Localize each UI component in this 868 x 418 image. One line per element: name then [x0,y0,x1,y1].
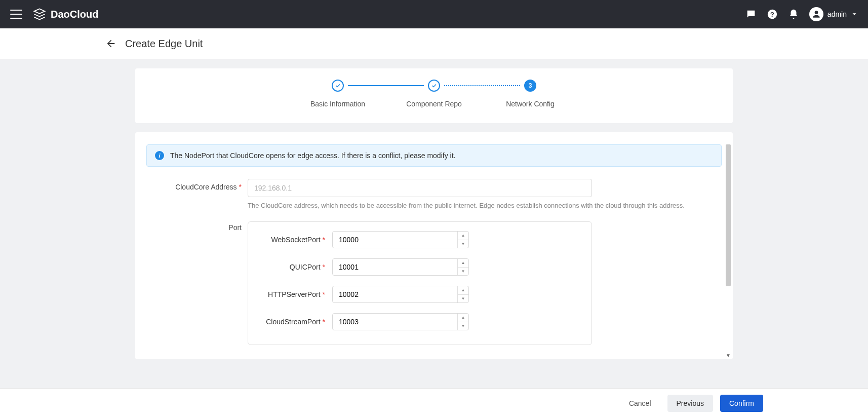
step-network-config[interactable]: 3 Network Config [480,80,581,108]
label-text: QUICPort [290,263,321,271]
stepper-card: Basic Information Component Repo 3 Netwo… [135,68,733,123]
step-component-repo[interactable]: Component Repo [383,80,485,108]
decrement-button[interactable]: ▼ [458,322,468,330]
daocloud-logo-icon [32,7,47,21]
back-button[interactable] [105,37,117,50]
number-spinner: ▲ ▼ [457,314,468,330]
brand-logo[interactable]: DaoCloud [32,7,98,21]
number-spinner: ▲ ▼ [457,259,468,275]
required-marker: * [323,318,325,326]
brand-name: DaoCloud [51,9,98,20]
number-spinner: ▲ ▼ [457,286,468,302]
decrement-button[interactable]: ▼ [458,240,468,248]
cloudcore-address-label: CloudCore Address* [156,179,248,191]
step-number: 3 [524,80,536,92]
port-section-row: Port WebSocketPort* ▲ ▼ [146,219,722,345]
required-marker: * [239,183,242,191]
cloudcore-address-row: CloudCore Address* The CloudCore address… [146,179,722,210]
websocket-port-input[interactable] [332,231,469,248]
required-marker: * [323,290,325,298]
websocket-port-label: WebSocketPort* [259,236,325,244]
port-section-label: Port [156,219,248,232]
label-text: HTTPServerPort [268,290,320,298]
label-text: WebSocketPort [271,236,321,244]
avatar-icon [809,7,823,21]
required-marker: * [323,263,325,271]
cloudcore-address-help: The CloudCore address, which needs to be… [248,201,714,210]
websocket-port-row: WebSocketPort* ▲ ▼ [259,231,580,248]
decrement-button[interactable]: ▼ [458,268,468,276]
increment-button[interactable]: ▲ [458,259,468,268]
form-card: ▼ i The NodePort that CloudCore opens fo… [135,132,733,359]
port-group: WebSocketPort* ▲ ▼ QUICPort* [248,221,592,345]
decrement-button[interactable]: ▼ [458,295,468,303]
step-label: Component Repo [406,100,462,108]
info-banner-text: The NodePort that CloudCore opens for ed… [170,151,455,160]
quic-port-input[interactable] [332,258,469,276]
svg-text:?: ? [770,11,774,18]
help-icon[interactable]: ? [767,9,778,20]
cloudstream-port-label: CloudStreamPort* [259,318,325,326]
required-marker: * [323,236,325,244]
page-title: Create Edge Unit [125,38,203,50]
increment-button[interactable]: ▲ [458,232,468,240]
quic-port-row: QUICPort* ▲ ▼ [259,258,580,276]
cloudcore-address-input[interactable] [248,179,592,197]
info-banner: i The NodePort that CloudCore opens for … [146,144,722,167]
scrollbar-thumb[interactable] [726,144,731,286]
check-icon [332,80,344,92]
httpserver-port-input[interactable] [332,286,469,303]
step-label: Network Config [506,100,555,108]
label-text: CloudStreamPort [266,318,320,326]
step-label: Basic Information [310,100,365,108]
quic-port-label: QUICPort* [259,263,325,271]
notifications-icon[interactable] [788,9,799,20]
user-menu[interactable]: admin [809,7,858,21]
increment-button[interactable]: ▲ [458,286,468,295]
info-icon: i [155,151,164,160]
number-spinner: ▲ ▼ [457,232,468,248]
topbar-right: ? admin [745,7,858,21]
topbar-left: DaoCloud [10,7,98,21]
page-header: Create Edge Unit [0,28,868,59]
main-content: Basic Information Component Repo 3 Netwo… [130,68,738,395]
step-basic-information[interactable]: Basic Information [287,80,388,108]
messages-icon[interactable] [745,9,757,20]
footer-bar: Cancel Previous Confirm [0,388,868,395]
label-text: CloudCore Address [175,183,236,191]
httpserver-port-label: HTTPServerPort* [259,290,325,298]
stepper: Basic Information Component Repo 3 Netwo… [135,80,733,108]
cloudstream-port-row: CloudStreamPort* ▲ ▼ [259,313,580,330]
user-name: admin [827,10,847,18]
top-bar: DaoCloud ? admin [0,0,868,28]
scrollbar-track[interactable] [726,144,732,354]
check-icon [428,80,440,92]
cloudstream-port-input[interactable] [332,313,469,330]
increment-button[interactable]: ▲ [458,314,468,322]
menu-toggle-button[interactable] [10,10,22,19]
chevron-down-icon [851,11,858,18]
svg-point-2 [815,11,818,14]
scroll-down-icon[interactable]: ▼ [726,353,731,358]
httpserver-port-row: HTTPServerPort* ▲ ▼ [259,286,580,303]
